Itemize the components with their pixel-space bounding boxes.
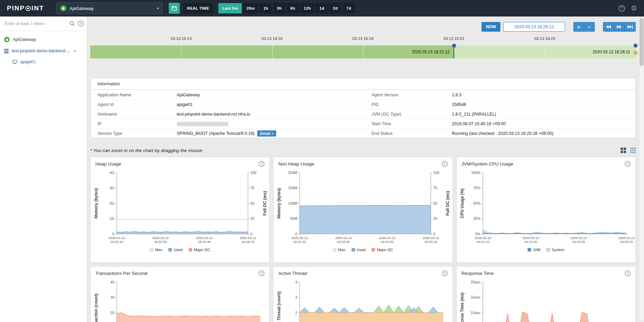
svg-text:2: 2	[295, 311, 297, 315]
chart-svg: 05sec10sec15sec20sec2020.03.1316:21:1020…	[457, 279, 635, 322]
now-button[interactable]: NOW	[481, 22, 500, 32]
chart-help-icon[interactable]: ?	[442, 161, 448, 167]
svg-text:25: 25	[250, 216, 255, 221]
info-label: Start Time	[372, 121, 452, 126]
chart-card-cpu-usage: JVM/System CPU Usage ? 0%25%50%75%100%20…	[456, 157, 636, 263]
legend-item: Used	[168, 248, 183, 252]
logo-text-pre: PINP	[7, 4, 25, 12]
info-label: PID	[372, 102, 452, 107]
svg-text:0: 0	[295, 232, 297, 236]
range-6h-button[interactable]: 6h	[287, 3, 299, 13]
svg-text:2020.03.13: 2020.03.13	[379, 236, 396, 240]
chart-help-icon[interactable]: ?	[259, 270, 264, 276]
logo-target-icon	[25, 6, 31, 11]
service-type-text: SPRING_BOOT (Apache Tomcat/9.0.19)	[177, 131, 255, 136]
legend-item: Used	[352, 248, 366, 252]
zoom-button-group: + −	[573, 22, 595, 32]
svg-text:10sec: 10sec	[471, 311, 480, 315]
fast-forward-button[interactable]	[614, 22, 625, 32]
chart-card-heap-usage: Heap Usage ? 01G2G3G4G02550751002020.03.…	[90, 157, 270, 263]
sidebar-item-agent[interactable]: apigw01	[0, 56, 87, 67]
svg-text:40: 40	[110, 280, 114, 284]
chart-legend: JVMSystem	[457, 246, 635, 254]
agent-search-row: ?	[0, 17, 87, 31]
chart-plot-cpu-usage[interactable]: 0%25%50%75%100%2020.03.1316:21:102020.03…	[457, 169, 635, 246]
timeline-bar[interactable]: 2020.03.13 16:21:12 2020.03.13 16:26:11	[90, 45, 636, 58]
chart-plot-non-heap-usage[interactable]: 050M100M150M200M02550751002020.03.1316:2…	[273, 169, 452, 246]
calendar-button[interactable]	[169, 3, 180, 14]
redacted-ip-value	[177, 122, 228, 126]
legend-swatch	[547, 248, 550, 251]
sidebar-item-application[interactable]: ApiGateway	[0, 34, 87, 45]
help-icon[interactable]: ?	[619, 5, 625, 12]
note-row: * You can zoom in on the chart by draggi…	[90, 146, 636, 155]
timeline-gridline	[545, 45, 545, 58]
layout-grid-3-button[interactable]	[630, 148, 636, 153]
application-service-icon	[60, 5, 66, 11]
legend-item: JVM	[528, 248, 540, 252]
selection-end-time: 2020.03.13 16:26:11	[593, 45, 630, 58]
settings-gear-icon[interactable]: ⚙	[631, 5, 637, 12]
zoom-out-button[interactable]: −	[584, 22, 595, 32]
svg-text:100: 100	[250, 171, 257, 175]
svg-text:30: 30	[110, 295, 114, 299]
right-scrollbar	[640, 17, 644, 321]
timeline-handle-knob[interactable]	[452, 44, 456, 47]
zoom-in-button[interactable]: +	[573, 22, 584, 32]
range-1h-button[interactable]: 1h	[260, 3, 272, 13]
svg-text:2020.03.13: 2020.03.13	[522, 236, 539, 240]
scrollbar-thumb[interactable]	[640, 18, 644, 66]
chart-plot-response-time[interactable]: 05sec10sec15sec20sec2020.03.1316:21:1020…	[457, 279, 635, 322]
application-dropdown[interactable]: ApiGateway ▾	[56, 2, 163, 14]
range-20m-button[interactable]: 20m	[243, 3, 259, 13]
skip-to-now-button[interactable]	[625, 22, 636, 32]
chart-help-icon[interactable]: ?	[442, 270, 448, 276]
info-row: IP Start Time 2019.08.07 15:40:16 +09:00	[91, 119, 635, 128]
agent-search-input[interactable]	[4, 21, 66, 26]
realtime-button[interactable]: REAL TIME	[183, 3, 213, 13]
timeline-gridline	[272, 45, 272, 58]
host-chevron-icon[interactable]: ▾	[74, 49, 76, 53]
sidebar-item-host[interactable]: test-pinpoint-demo-backend-... ▾	[0, 45, 87, 56]
search-icon[interactable]	[70, 21, 75, 26]
chart-help-icon[interactable]: ?	[625, 161, 631, 167]
datetime-input[interactable]	[503, 22, 565, 32]
timeline-end-knob-blue[interactable]	[634, 44, 637, 47]
rewind-button[interactable]	[603, 22, 614, 32]
chart-plot-heap-usage[interactable]: 01G2G3G4G02550751002020.03.1316:21:10202…	[91, 169, 269, 246]
logo-text-post: INT	[31, 4, 44, 12]
chart-plot-active-thread[interactable]: 012342020.03.1316:21:102020.03.1316:22:5…	[273, 279, 452, 322]
range-1d-button[interactable]: 1d	[316, 3, 328, 13]
search-help-icon[interactable]: ?	[78, 21, 84, 26]
svg-text:20sec: 20sec	[471, 280, 480, 284]
timeline-nav-group	[603, 22, 636, 32]
legend-swatch	[352, 248, 355, 251]
info-label: Application Name	[97, 93, 177, 97]
range-3h-button[interactable]: 3h	[273, 3, 285, 13]
chart-title: Transactions Per Second	[95, 271, 147, 276]
range-7d-button[interactable]: 7d	[343, 3, 355, 13]
timeline-tick-label: 03.13 16:18	[353, 36, 374, 41]
timeline-end-knob-yellow[interactable]	[634, 51, 637, 55]
detail-button[interactable]: Detail▾	[257, 130, 276, 137]
chart-plot-transactions-per-second[interactable]: 0102030402020.03.1316:21:102020.03.1316:…	[91, 279, 269, 322]
range-2d-button[interactable]: 2d	[329, 3, 342, 13]
calendar-icon	[172, 6, 177, 11]
svg-text:200M: 200M	[288, 171, 297, 175]
timeline-tick-label: 03.13 16:21	[444, 36, 465, 41]
rewind-icon	[606, 25, 611, 29]
info-value: apigw01	[177, 102, 372, 107]
layout-grid-2-button[interactable]	[621, 148, 626, 153]
range-12h-button[interactable]: 12h	[300, 3, 315, 13]
legend-item: System	[547, 248, 564, 252]
chart-card-non-heap-usage: Non Heap Usage ? 050M100M150M200M0255075…	[273, 157, 453, 263]
chart-help-icon[interactable]: ?	[259, 161, 264, 167]
svg-text:0: 0	[112, 232, 114, 236]
legend-swatch	[333, 248, 336, 251]
chart-help-icon[interactable]: ?	[625, 270, 631, 276]
y-axis-label: Active Thread (count)	[277, 291, 281, 322]
info-value: Running (last checked : 2020.03.13 16:25…	[452, 131, 635, 136]
svg-text:100%: 100%	[471, 171, 480, 175]
range-last-5m-button[interactable]: Last 5m	[218, 3, 242, 13]
y-axis-label: Transaction (count)	[94, 293, 98, 322]
